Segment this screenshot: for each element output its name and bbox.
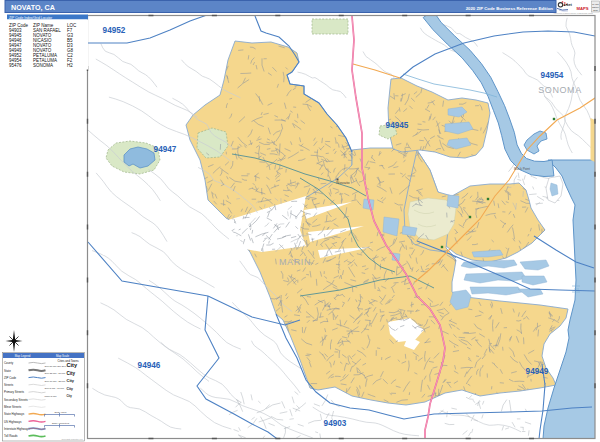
svg-text:94945: 94945 [386,121,409,130]
svg-text:2020 ZIP Code Business Referen: 2020 ZIP Code Business Reference Edition [466,6,554,11]
svg-text:ZIP Code: ZIP Code [4,376,17,380]
svg-text:Novato: Novato [336,180,350,185]
svg-text:City: City [67,387,74,391]
svg-text:Interstate Highways: Interstate Highways [4,427,30,431]
svg-text:94952: 94952 [103,26,126,35]
svg-text:Secondary Streets: Secondary Streets [4,398,28,402]
svg-text:US Highways: US Highways [4,420,22,424]
svg-text:arket: arket [564,3,573,7]
svg-text:Map Legend: Map Legend [15,354,31,358]
svg-text:ZIP Code Index/Grid Locator: ZIP Code Index/Grid Locator [9,16,53,20]
svg-text:94947: 94947 [154,145,177,154]
svg-text:MARIN: MARIN [279,257,311,267]
svg-text:State: State [4,369,11,373]
svg-text:County: County [4,361,14,365]
svg-text:94946: 94946 [138,361,161,370]
svg-text:Streets: Streets [4,383,14,387]
svg-text:City: City [67,371,76,376]
svg-text:94949: 94949 [526,367,549,376]
svg-text:Toll Roads: Toll Roads [4,434,18,438]
svg-text:SONOMA: SONOMA [538,85,582,95]
svg-text:City: City [67,378,75,383]
svg-text:Minor Streets: Minor Streets [4,405,22,409]
svg-text:City: City [67,362,78,368]
svg-text:City: City [67,394,73,398]
svg-text:SONOMA: SONOMA [33,63,53,68]
svg-text:Primary Streets: Primary Streets [4,390,24,394]
svg-text:Scale: Miles: Scale: Miles [55,411,68,413]
svg-text:Copyright MarketMAPS: Copyright MarketMAPS [62,438,84,440]
svg-text:94954: 94954 [541,71,564,80]
svg-text:NAICS: NAICS [592,3,599,5]
svg-text:MAPS: MAPS [577,6,589,11]
svg-text:Map Scale: Map Scale [56,354,70,358]
svg-text:94903: 94903 [324,419,347,428]
svg-text:NOVATO, CA: NOVATO, CA [11,3,55,12]
svg-text:95476: 95476 [9,63,22,68]
svg-text:America's Leading Source of Bu: America's Leading Source of Business Map… [553,12,593,14]
svg-text:H2: H2 [67,63,73,68]
svg-text:Edition: Edition [592,6,599,8]
svg-text:Scale: Kilometers: Scale: Kilometers [52,422,70,424]
svg-text:State Highways: State Highways [4,412,25,416]
svg-text:Black Point: Black Point [514,167,530,171]
